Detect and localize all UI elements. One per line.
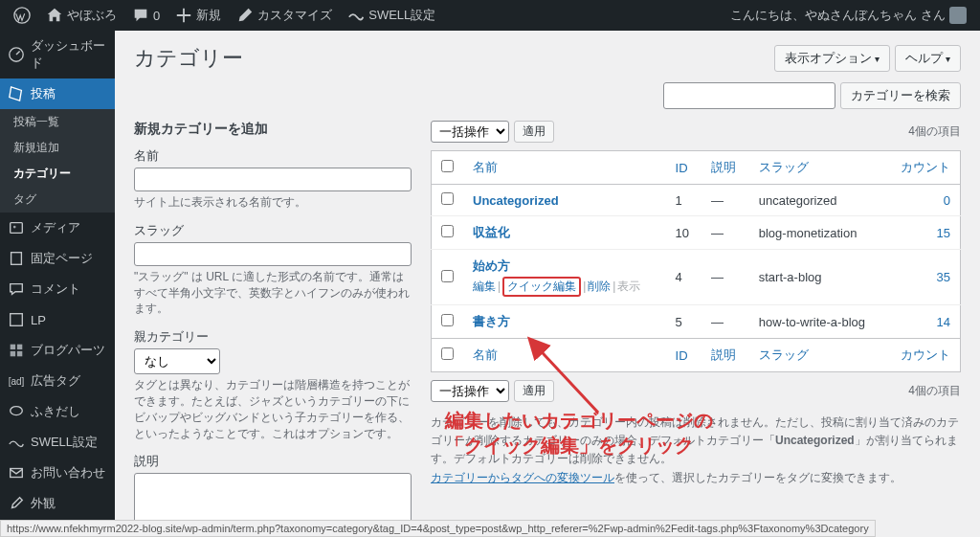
table-row: Uncategorized1—uncategorized0 <box>432 185 961 216</box>
row-title[interactable]: 始め方 <box>473 258 510 273</box>
col-count[interactable]: カウント <box>901 160 950 174</box>
row-checkbox[interactable] <box>441 314 454 326</box>
wp-logo[interactable] <box>8 0 36 31</box>
convert-link[interactable]: カテゴリーからタグへの変換ツール <box>431 471 614 484</box>
customize[interactable]: カスタマイズ <box>231 0 338 31</box>
screen-options-button[interactable]: 表示オプション <box>774 45 890 72</box>
submenu-new-post[interactable]: 新規追加 <box>0 135 115 161</box>
menu-dashboard[interactable]: ダッシュボード <box>0 31 115 78</box>
menu-posts[interactable]: 投稿 <box>0 78 115 109</box>
row-title[interactable]: 収益化 <box>473 225 510 239</box>
row-desc: — <box>702 250 749 305</box>
slug-desc: "スラッグ" は URL に適した形式の名前です。通常はすべて半角小文字で、英数… <box>134 269 412 317</box>
row-id: 4 <box>666 250 702 305</box>
bulk-action-select-bottom[interactable]: 一括操作 <box>431 380 509 402</box>
menu-contact[interactable]: お問い合わせ <box>0 458 115 488</box>
table-row: 始め方編集|クイック編集|削除|表示4—start-a-blog35 <box>432 250 961 305</box>
row-id: 10 <box>666 216 702 250</box>
row-count[interactable]: 0 <box>944 193 950 208</box>
swell-label: SWELL設定 <box>368 7 435 24</box>
action-delete[interactable]: 削除 <box>588 280 611 293</box>
select-all-bottom[interactable] <box>441 347 454 360</box>
swell-settings[interactable]: SWELL設定 <box>342 0 441 31</box>
help-button[interactable]: ヘルプ <box>895 45 961 72</box>
new-content[interactable]: 新規 <box>169 0 227 31</box>
row-title[interactable]: 書き方 <box>473 314 510 328</box>
site-name-label: やぼぶろ <box>67 7 117 24</box>
menu-lp[interactable]: LP <box>0 304 115 335</box>
name-input[interactable] <box>134 168 412 191</box>
footer-notes: カテゴリーを削除しても、カテゴリー内の投稿は削除されません。ただし、投稿に割り当… <box>431 414 961 487</box>
menu-fukidashi[interactable]: ふきだし <box>0 396 115 427</box>
col-slug[interactable]: スラッグ <box>759 160 809 174</box>
col-count-f[interactable]: カウント <box>901 347 950 362</box>
name-desc: サイト上に表示される名前です。 <box>134 194 412 211</box>
bulk-apply-button[interactable]: 適用 <box>514 121 554 143</box>
submenu-all-posts[interactable]: 投稿一覧 <box>0 109 115 135</box>
action-edit[interactable]: 編集 <box>473 280 496 293</box>
bulk-apply-button-bottom[interactable]: 適用 <box>514 380 554 402</box>
search-categories-button[interactable]: カテゴリーを検索 <box>840 82 961 109</box>
svg-rect-2 <box>11 223 23 234</box>
menu-blogparts[interactable]: ブログパーツ <box>0 335 115 366</box>
slug-label: スラッグ <box>134 222 412 239</box>
comments-bubble[interactable]: 0 <box>126 0 166 31</box>
col-id[interactable]: ID <box>676 161 688 175</box>
row-count[interactable]: 14 <box>937 315 950 329</box>
parent-label: 親カテゴリー <box>134 328 412 346</box>
site-name[interactable]: やぼぶろ <box>40 0 122 31</box>
submenu-categories[interactable]: カテゴリー <box>0 161 115 187</box>
svg-rect-4 <box>11 253 22 265</box>
row-checkbox[interactable] <box>441 192 454 205</box>
parent-desc: タグとは異なり、カテゴリーは階層構造を持つことができます。たとえば、ジャズという… <box>134 377 412 441</box>
row-checkbox[interactable] <box>441 270 454 282</box>
menu-media[interactable]: メディア <box>0 213 115 243</box>
col-name[interactable]: 名前 <box>473 160 498 174</box>
customize-label: カスタマイズ <box>257 7 332 24</box>
menu-appearance[interactable]: 外観 <box>0 488 115 519</box>
row-id: 1 <box>666 185 702 216</box>
search-input[interactable] <box>663 82 835 109</box>
add-new-heading: 新規カテゴリーを追加 <box>134 121 412 138</box>
svg-rect-6 <box>11 345 15 349</box>
svg-rect-5 <box>11 314 23 326</box>
row-count[interactable]: 15 <box>937 226 950 240</box>
col-desc[interactable]: 説明 <box>711 160 736 174</box>
page-title: カテゴリー <box>134 44 774 73</box>
menu-pages[interactable]: 固定ページ <box>0 243 115 274</box>
row-slug: start-a-blog <box>749 250 885 305</box>
row-count[interactable]: 35 <box>937 270 950 284</box>
parent-select[interactable]: なし <box>134 348 220 374</box>
row-id: 5 <box>666 305 702 339</box>
svg-rect-7 <box>17 345 22 349</box>
svg-rect-11 <box>11 469 23 478</box>
row-desc: — <box>702 305 749 339</box>
avatar <box>949 7 967 24</box>
select-all-top[interactable] <box>441 160 454 172</box>
row-title[interactable]: Uncategorized <box>473 193 559 208</box>
greeting-text: こんにちは、やぬさんぼんちゃん さん <box>730 7 946 24</box>
menu-comments[interactable]: コメント <box>0 274 115 304</box>
col-id-f[interactable]: ID <box>676 348 688 363</box>
item-count-top: 4個の項目 <box>908 123 961 140</box>
col-name-f[interactable]: 名前 <box>473 347 498 362</box>
table-row: 収益化10—blog-monetization15 <box>432 216 961 250</box>
new-label: 新規 <box>196 7 221 24</box>
action-quick-edit[interactable]: クイック編集 <box>502 277 581 297</box>
row-actions: 編集|クイック編集|削除|表示 <box>473 277 657 297</box>
row-slug: how-to-write-a-blog <box>749 305 885 339</box>
greeting[interactable]: こんにちは、やぬさんぼんちゃん さん <box>724 0 972 31</box>
menu-swell[interactable]: SWELL設定 <box>0 427 115 458</box>
menu-adtag[interactable]: [ad]広告タグ <box>0 366 115 396</box>
submenu-tags[interactable]: タグ <box>0 187 115 213</box>
table-row: 書き方5—how-to-write-a-blog14 <box>432 305 961 339</box>
slug-input[interactable] <box>134 242 412 266</box>
row-desc: — <box>702 216 749 250</box>
col-desc-f[interactable]: 説明 <box>711 347 736 362</box>
bulk-action-select[interactable]: 一括操作 <box>431 121 509 143</box>
desc-label: 説明 <box>134 453 412 470</box>
row-slug: uncategorized <box>749 185 885 216</box>
col-slug-f[interactable]: スラッグ <box>759 347 809 362</box>
row-checkbox[interactable] <box>441 225 454 237</box>
action-view[interactable]: 表示 <box>617 280 640 293</box>
